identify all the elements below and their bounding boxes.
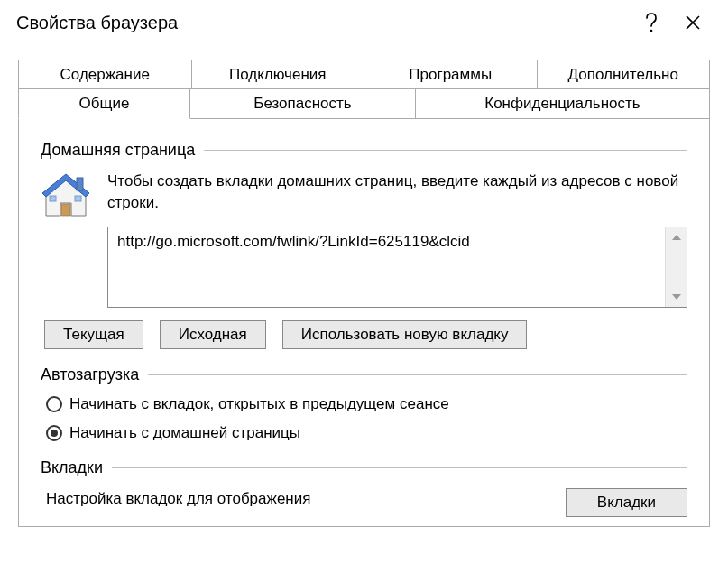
- startup-group-label: Автозагрузка: [41, 365, 139, 384]
- tabs-config-button[interactable]: Вкладки: [566, 488, 687, 517]
- tab-advanced[interactable]: Дополнительно: [538, 60, 711, 90]
- homepage-url-input[interactable]: [108, 227, 665, 307]
- svg-rect-5: [50, 196, 56, 201]
- help-button[interactable]: [631, 8, 672, 37]
- radio-icon: [46, 425, 62, 441]
- scrollbar[interactable]: [665, 227, 687, 307]
- svg-rect-6: [75, 196, 81, 201]
- homepage-group-label: Домашняя страница: [41, 141, 195, 160]
- tab-panel-general: Домашняя страница Чтобы создать вкладки …: [18, 119, 710, 527]
- use-current-button[interactable]: Текущая: [44, 320, 143, 349]
- use-newtab-button[interactable]: Использовать новую вкладку: [282, 320, 528, 349]
- divider: [148, 374, 687, 375]
- radio-label: Начинать с вкладок, открытых в предыдуще…: [69, 395, 449, 413]
- close-button[interactable]: [672, 8, 714, 37]
- window-title: Свойства браузера: [16, 13, 631, 33]
- tab-general[interactable]: Общие: [18, 88, 190, 119]
- scroll-down-icon[interactable]: [666, 287, 687, 307]
- tab-security[interactable]: Безопасность: [190, 88, 416, 119]
- startup-radio-lastsession[interactable]: Начинать с вкладок, открытых в предыдуще…: [46, 395, 687, 413]
- radio-label: Начинать с домашней страницы: [69, 424, 300, 442]
- use-default-button[interactable]: Исходная: [160, 320, 266, 349]
- homepage-url-box: [107, 227, 687, 308]
- divider: [112, 467, 687, 468]
- tab-connections[interactable]: Подключения: [192, 60, 365, 90]
- svg-rect-3: [77, 178, 83, 190]
- scroll-up-icon[interactable]: [666, 227, 687, 247]
- divider: [204, 150, 687, 151]
- svg-point-0: [650, 30, 653, 32]
- tab-privacy[interactable]: Конфиденциальность: [416, 88, 710, 119]
- tab-programs[interactable]: Программы: [364, 60, 538, 90]
- svg-rect-4: [61, 204, 70, 216]
- home-icon: [41, 171, 95, 308]
- startup-radio-homepage[interactable]: Начинать с домашней страницы: [46, 424, 687, 442]
- tabs-group-label: Вкладки: [41, 458, 103, 477]
- homepage-description: Чтобы создать вкладки домашних страниц, …: [107, 171, 687, 214]
- tabs-config-description: Настройка вкладок для отображения: [46, 488, 548, 510]
- radio-icon: [46, 396, 62, 412]
- tab-content[interactable]: Содержание: [18, 60, 192, 90]
